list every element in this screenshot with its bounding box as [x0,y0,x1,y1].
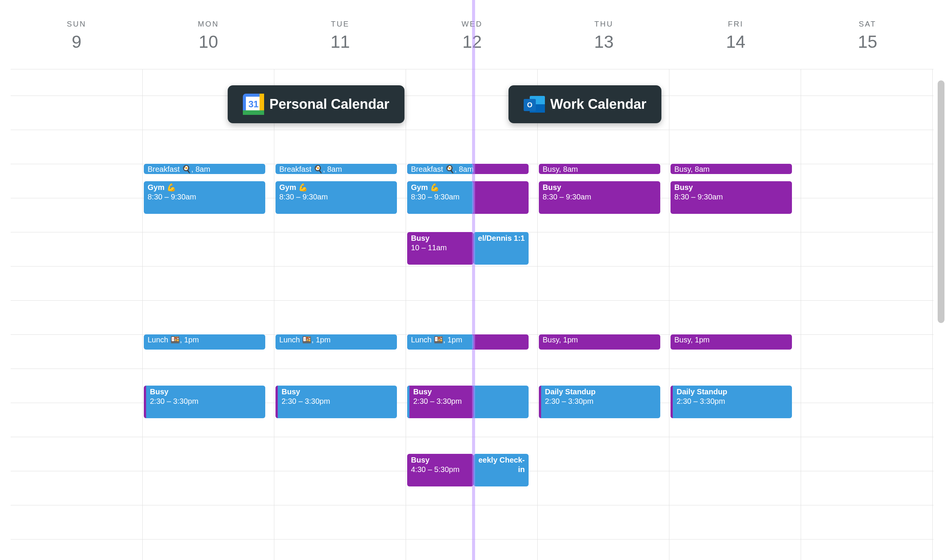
event-time: 8:30 – 9:30am [543,193,591,201]
day-number: 11 [274,31,406,52]
day-header-sat[interactable]: SAT 15 [802,8,933,69]
event-time: 8:30 – 9:30am [411,193,460,201]
event-lunch-tue[interactable]: Lunch 🍱, 1pm [275,334,397,350]
event-label: Busy, 8am [543,165,578,173]
work-calendar-badge: O Work Calendar [508,85,661,123]
event-label: Busy, 1pm [674,336,710,344]
event-busy-8-thu[interactable]: Busy, 8am [539,164,660,174]
day-header-mon[interactable]: MON 10 [142,8,274,69]
event-time: 4:30 – 5:30pm [411,465,460,474]
event-title: Busy [411,234,470,243]
event-label: Busy, 1pm [543,336,578,344]
event-title: Gym 💪 [279,183,393,192]
event-title: Gym 💪 [411,183,470,192]
day-header-fri[interactable]: FRI 14 [670,8,801,69]
event-lunch-mon[interactable]: Lunch 🍱, 1pm [144,334,265,350]
personal-calendar-badge: 31 Personal Calendar [228,85,405,123]
event-label: Breakfast 🍳, 8am [411,165,474,173]
event-label: Busy, 8am [674,165,710,173]
day-name: SAT [802,20,933,28]
event-title: Busy [543,183,656,192]
event-standup-fri[interactable]: Daily Standup 2:30 – 3:30pm [671,386,792,418]
event-busy-1-fri[interactable]: Busy, 1pm [671,334,792,350]
event-time: 10 – 11am [411,243,447,252]
day-header-tue[interactable]: TUE 11 [274,8,406,69]
day-name: THU [538,20,670,28]
scrollbar-thumb[interactable] [938,80,944,323]
event-time: 8:30 – 9:30am [279,193,328,201]
event-stripe [539,386,541,418]
event-busy-10-wed[interactable]: Busy 10 – 11am [407,232,474,265]
event-lunch-wed[interactable]: Lunch 🍱, 1pm [407,334,474,350]
event-weekly-checkin[interactable]: eekly Check-in [474,454,529,486]
event-dennis-11[interactable]: el/Dennis 1:1 [474,232,529,265]
event-label: Lunch 🍱, 1pm [411,336,462,344]
event-breakfast-wed[interactable]: Breakfast 🍳, 8am [407,164,474,174]
event-stripe [407,386,409,418]
event-label: Lunch 🍱, 1pm [148,336,199,344]
day-name: TUE [274,20,406,28]
outlook-letter: O [524,99,536,111]
badge-label: Work Calendar [550,96,646,112]
event-time: 2:30 – 3:30pm [545,397,593,405]
event-title: Busy [150,387,261,397]
event-busy-8-fri[interactable]: Busy, 8am [671,164,792,174]
event-busy-230-mon[interactable]: Busy 2:30 – 3:30pm [144,386,265,418]
event-title: Daily Standup [545,387,656,397]
event-stripe [275,386,278,418]
event-busy-230-wed[interactable]: Busy 2:30 – 3:30pm [407,386,474,418]
event-time: 8:30 – 9:30am [148,193,196,201]
day-number: 15 [802,31,933,52]
event-busy-830-thu[interactable]: Busy 8:30 – 9:30am [539,181,660,214]
event-gym-mon[interactable]: Gym 💪 8:30 – 9:30am [144,181,265,214]
event-breakfast-tue[interactable]: Breakfast 🍳, 8am [275,164,397,174]
event-title: Busy [282,387,393,397]
outlook-icon: O [524,94,545,115]
event-stripe [144,386,146,418]
day-header-sun[interactable]: SUN 9 [11,8,142,69]
day-name: FRI [670,20,801,28]
event-standup-thu[interactable]: Daily Standup 2:30 – 3:30pm [539,386,660,418]
event-label: Breakfast 🍳, 8am [148,165,210,173]
event-title: Busy [674,183,788,192]
day-name: MON [142,20,274,28]
gcal-date: 31 [249,99,259,110]
day-number: 9 [11,31,142,52]
day-name: SUN [11,20,142,28]
day-number: 10 [142,31,274,52]
event-gym-tue[interactable]: Gym 💪 8:30 – 9:30am [275,181,397,214]
event-breakfast-mon[interactable]: Breakfast 🍳, 8am [144,164,265,174]
event-busy-830-fri[interactable]: Busy 8:30 – 9:30am [671,181,792,214]
event-title: Busy [411,455,470,465]
day-number: 13 [538,31,670,52]
google-calendar-icon: 31 [243,94,264,115]
event-label: Lunch 🍱, 1pm [279,336,331,344]
event-gym-wed[interactable]: Gym 💪 8:30 – 9:30am [407,181,474,214]
event-title: Gym 💪 [148,183,261,192]
event-stripe [671,386,673,418]
event-title: Daily Standup [677,387,788,397]
day-number: 14 [670,31,801,52]
day-header-thu[interactable]: THU 13 [538,8,670,69]
event-time: 2:30 – 3:30pm [282,397,330,405]
event-time: 8:30 – 9:30am [674,193,723,201]
event-time: 2:30 – 3:30pm [677,397,725,405]
event-time: 2:30 – 3:30pm [150,397,198,405]
scrollbar[interactable] [938,8,944,560]
event-title: eekly Check-in [477,455,525,474]
split-divider [472,0,475,560]
event-busy-430-wed[interactable]: Busy 4:30 – 5:30pm [407,454,474,486]
event-title: Busy [413,387,470,397]
event-time: 2:30 – 3:30pm [413,397,462,405]
event-title: el/Dennis 1:1 [477,234,525,243]
badge-label: Personal Calendar [269,96,389,112]
event-busy-230-tue[interactable]: Busy 2:30 – 3:30pm [275,386,397,418]
event-label: Breakfast 🍳, 8am [279,165,342,173]
event-busy-1-thu[interactable]: Busy, 1pm [539,334,660,350]
